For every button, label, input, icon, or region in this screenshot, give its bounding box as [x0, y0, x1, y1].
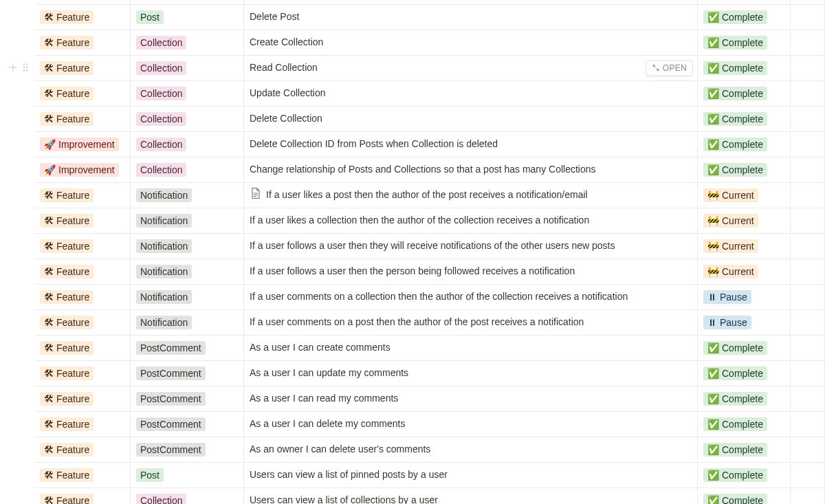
- cell-type[interactable]: 🛠Feature: [34, 259, 131, 285]
- cell-extra[interactable]: [791, 463, 825, 488]
- cell-extra[interactable]: [791, 157, 825, 183]
- cell-tag[interactable]: PostComment: [131, 437, 244, 463]
- cell-status[interactable]: ✅Complete: [698, 132, 791, 157]
- cell-title[interactable]: Create Collection: [244, 30, 698, 56]
- cell-extra[interactable]: [791, 132, 825, 157]
- cell-tag[interactable]: Notification: [131, 208, 244, 234]
- cell-type[interactable]: 🛠Feature: [34, 463, 131, 488]
- cell-status[interactable]: ✅Complete: [698, 0, 791, 5]
- table-row[interactable]: 🛠FeatureNotificationIf a user likes a co…: [0, 208, 825, 234]
- cell-status[interactable]: 🚧Current: [698, 234, 791, 259]
- table-row[interactable]: 🛠FeatureNotificationIf a user comments o…: [0, 285, 825, 310]
- cell-extra[interactable]: [791, 81, 825, 107]
- cell-title[interactable]: Delete Collection ID from Posts when Col…: [244, 132, 698, 157]
- table-row[interactable]: 🛠FeatureNotificationIf a user likes a po…: [0, 183, 825, 208]
- cell-title[interactable]: If a user comments on a post then the au…: [244, 310, 698, 336]
- cell-status[interactable]: ✅Complete: [698, 386, 791, 412]
- cell-status[interactable]: 🚧Current: [698, 183, 791, 208]
- cell-type[interactable]: 🛠Feature: [34, 488, 131, 504]
- cell-extra[interactable]: [791, 183, 825, 208]
- cell-status[interactable]: ⏸Pause: [698, 285, 791, 310]
- cell-title[interactable]: If a user follows a user then the person…: [244, 259, 698, 285]
- cell-tag[interactable]: Collection: [131, 30, 244, 56]
- cell-title[interactable]: As a user I can delete my comments: [244, 412, 698, 437]
- cell-type[interactable]: 🛠Feature: [34, 208, 131, 234]
- cell-tag[interactable]: Collection: [131, 488, 244, 504]
- table-row[interactable]: 🛠FeatureCollectionCreate Collection✅Comp…: [0, 30, 825, 56]
- table-row[interactable]: 🛠FeaturePostCommentAs an owner I can del…: [0, 437, 825, 463]
- cell-extra[interactable]: [791, 336, 825, 361]
- cell-title[interactable]: Change relationship of Posts and Collect…: [244, 157, 698, 183]
- cell-tag[interactable]: Collection: [131, 81, 244, 107]
- cell-status[interactable]: ✅Complete: [698, 157, 791, 183]
- cell-type[interactable]: 🛠Feature: [34, 56, 131, 81]
- table-row[interactable]: 🛠FeatureCollectionRead CollectionOPEN✅Co…: [0, 56, 825, 81]
- cell-type[interactable]: 🛠Feature: [34, 81, 131, 107]
- cell-extra[interactable]: [791, 5, 825, 30]
- cell-tag[interactable]: Post: [131, 0, 244, 5]
- cell-status[interactable]: ✅Complete: [698, 30, 791, 56]
- cell-status[interactable]: ✅Complete: [698, 437, 791, 463]
- cell-title[interactable]: As an owner I can delete user's comments: [244, 437, 698, 463]
- table-row[interactable]: 🛠FeaturePostUpdate Post✅Complete: [0, 0, 825, 5]
- cell-type[interactable]: 🛠Feature: [34, 0, 131, 5]
- table-row[interactable]: 🛠FeaturePostUsers can view a list of pin…: [0, 463, 825, 488]
- cell-type[interactable]: 🛠Feature: [34, 361, 131, 386]
- table-row[interactable]: 🛠FeatureCollectionDelete Collection✅Comp…: [0, 107, 825, 132]
- cell-title[interactable]: If a user follows a user then they will …: [244, 234, 698, 259]
- table-row[interactable]: 🚀ImprovementCollectionDelete Collection …: [0, 132, 825, 157]
- cell-title[interactable]: Users can view a list of collections by …: [244, 488, 698, 504]
- cell-status[interactable]: 🚧Current: [698, 208, 791, 234]
- cell-extra[interactable]: [791, 0, 825, 5]
- cell-status[interactable]: ✅Complete: [698, 361, 791, 386]
- cell-extra[interactable]: [791, 107, 825, 132]
- cell-type[interactable]: 🛠Feature: [34, 30, 131, 56]
- cell-title[interactable]: Update Post: [244, 0, 698, 5]
- cell-type[interactable]: 🚀Improvement: [34, 132, 131, 157]
- cell-title[interactable]: Users can view a list of pinned posts by…: [244, 463, 698, 488]
- cell-extra[interactable]: [791, 208, 825, 234]
- cell-type[interactable]: 🛠Feature: [34, 183, 131, 208]
- add-row-icon[interactable]: [8, 63, 18, 74]
- table-row[interactable]: 🛠FeaturePostCommentAs a user I can updat…: [0, 361, 825, 386]
- cell-type[interactable]: 🛠Feature: [34, 5, 131, 30]
- cell-type[interactable]: 🛠Feature: [34, 285, 131, 310]
- cell-tag[interactable]: Collection: [131, 56, 244, 81]
- cell-tag[interactable]: Notification: [131, 259, 244, 285]
- cell-status[interactable]: ✅Complete: [698, 412, 791, 437]
- drag-handle-icon[interactable]: [21, 63, 30, 74]
- cell-title[interactable]: As a user I can update my comments: [244, 361, 698, 386]
- cell-extra[interactable]: [791, 30, 825, 56]
- cell-extra[interactable]: [791, 310, 825, 336]
- table-row[interactable]: 🛠FeatureNotificationIf a user follows a …: [0, 234, 825, 259]
- cell-title[interactable]: As a user I can create comments: [244, 336, 698, 361]
- table-row[interactable]: 🛠FeatureNotificationIf a user comments o…: [0, 310, 825, 336]
- cell-type[interactable]: 🛠Feature: [34, 386, 131, 412]
- cell-tag[interactable]: Notification: [131, 310, 244, 336]
- cell-title[interactable]: If a user likes a collection then the au…: [244, 208, 698, 234]
- cell-status[interactable]: ✅Complete: [698, 107, 791, 132]
- cell-status[interactable]: ✅Complete: [698, 56, 791, 81]
- cell-extra[interactable]: [791, 56, 825, 81]
- cell-tag[interactable]: Post: [131, 5, 244, 30]
- table-row[interactable]: 🚀ImprovementCollectionChange relationshi…: [0, 157, 825, 183]
- cell-status[interactable]: ✅Complete: [698, 463, 791, 488]
- cell-type[interactable]: 🛠Feature: [34, 234, 131, 259]
- cell-title[interactable]: If a user comments on a collection then …: [244, 285, 698, 310]
- cell-title[interactable]: Update Collection: [244, 81, 698, 107]
- cell-extra[interactable]: [791, 259, 825, 285]
- cell-tag[interactable]: Post: [131, 463, 244, 488]
- cell-tag[interactable]: Collection: [131, 132, 244, 157]
- cell-type[interactable]: 🛠Feature: [34, 336, 131, 361]
- cell-tag[interactable]: Collection: [131, 107, 244, 132]
- cell-tag[interactable]: PostComment: [131, 412, 244, 437]
- cell-extra[interactable]: [791, 285, 825, 310]
- cell-tag[interactable]: Notification: [131, 183, 244, 208]
- table-row[interactable]: 🛠FeaturePostCommentAs a user I can delet…: [0, 412, 825, 437]
- table-row[interactable]: 🛠FeaturePostCommentAs a user I can read …: [0, 386, 825, 412]
- cell-type[interactable]: 🛠Feature: [34, 437, 131, 463]
- cell-status[interactable]: ⏸Pause: [698, 310, 791, 336]
- cell-type[interactable]: 🛠Feature: [34, 412, 131, 437]
- table-row[interactable]: 🛠FeatureCollectionUsers can view a list …: [0, 488, 825, 504]
- open-button[interactable]: OPEN: [646, 61, 693, 76]
